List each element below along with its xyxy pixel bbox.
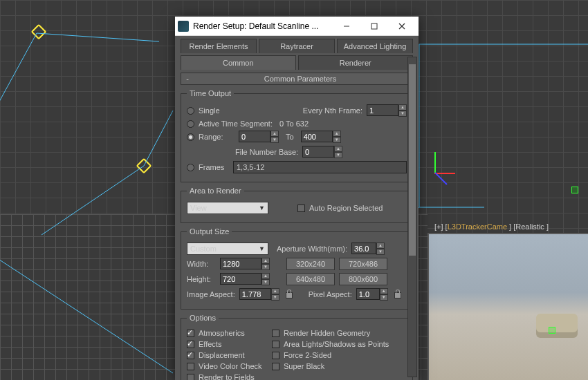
- aperture-input[interactable]: [351, 243, 376, 254]
- label-effects: Effects: [199, 340, 268, 348]
- lock-icon[interactable]: [394, 289, 402, 299]
- svg-rect-10: [371, 23, 377, 29]
- label-to: To: [286, 133, 294, 141]
- output-size-value: Custom: [190, 245, 217, 253]
- checkbox-area-lights[interactable]: [272, 341, 279, 348]
- area-dropdown[interactable]: View▼: [187, 202, 268, 214]
- checkbox-effects[interactable]: [187, 341, 194, 348]
- tab-common[interactable]: Common: [181, 55, 296, 70]
- legend-time-output: Time Output: [187, 89, 234, 97]
- scrollbar[interactable]: [407, 57, 417, 377]
- tab-raytracer[interactable]: Raytracer: [259, 39, 335, 53]
- spinner-buttons[interactable]: ▲▼: [271, 288, 279, 301]
- value-active-segment: 0 To 632: [279, 120, 309, 128]
- minimize-button[interactable]: [333, 17, 360, 36]
- range-from-input[interactable]: [239, 131, 270, 142]
- output-size-dropdown[interactable]: Custom▼: [187, 243, 268, 255]
- spinner-buttons[interactable]: ▲▼: [270, 131, 279, 143]
- titlebar[interactable]: Render Setup: Default Scanline ...: [175, 17, 419, 36]
- preset-320x240[interactable]: 320x240: [286, 258, 335, 270]
- viewport-camera-name: L3DTrackerCame: [448, 222, 507, 231]
- label-every-nth: Every Nth Frame:: [303, 106, 362, 115]
- file-number-base-input[interactable]: [302, 146, 334, 158]
- label-height: Height:: [187, 275, 216, 283]
- rollout-title: Common Parameters: [191, 75, 410, 83]
- checkbox-atmospherics[interactable]: [187, 330, 194, 337]
- legend-options: Options: [187, 314, 219, 322]
- radio-active-segment[interactable]: [187, 120, 194, 128]
- spinner-buttons[interactable]: ▲▼: [398, 104, 407, 117]
- area-dropdown-value: View: [190, 204, 207, 212]
- label-render-fields: Render to Fields: [199, 373, 255, 380]
- legend-area: Area to Render: [187, 187, 244, 195]
- label-area-lights: Area Lights/Shadows as Points: [284, 340, 389, 348]
- tab-render-elements[interactable]: Render Elements: [181, 39, 257, 53]
- render-setup-dialog: Render Setup: Default Scanline ... Rende…: [175, 17, 419, 380]
- pixel-aspect-input[interactable]: [356, 288, 380, 300]
- viewport-label[interactable]: [+] [L3DTrackerCame ] [Realistic ]: [434, 222, 549, 231]
- collapse-icon: -: [184, 75, 191, 83]
- checkbox-video-color[interactable]: [187, 363, 194, 370]
- checkbox-render-fields[interactable]: [187, 374, 194, 381]
- tab-renderer[interactable]: Renderer: [298, 55, 414, 70]
- label-displacement: Displacement: [199, 351, 268, 359]
- gizmo-handle[interactable]: [571, 187, 578, 193]
- axis-y: [434, 152, 436, 173]
- label-aperture: Aperture Width(mm):: [277, 245, 347, 253]
- checkbox-auto-region[interactable]: [297, 205, 305, 212]
- radio-single[interactable]: [187, 107, 194, 115]
- width-input[interactable]: [220, 258, 261, 269]
- tab-row-2: Common Renderer: [181, 55, 413, 70]
- preset-800x600[interactable]: 800x600: [339, 273, 387, 285]
- spinner-buttons[interactable]: ▲▼: [376, 243, 385, 255]
- dialog-body: Render Elements Raytracer Advanced Light…: [175, 36, 419, 380]
- label-force-2sided: Force 2-Sided: [284, 351, 331, 359]
- close-button[interactable]: [388, 17, 416, 36]
- spinner-buttons[interactable]: ▲▼: [261, 258, 270, 270]
- gizmo-handle[interactable]: [549, 327, 555, 334]
- tab-advanced-lighting[interactable]: Advanced Lighting: [337, 39, 413, 53]
- radio-frames[interactable]: [187, 164, 194, 171]
- spinner-buttons[interactable]: ▲▼: [334, 146, 342, 158]
- label-range: Range:: [199, 133, 235, 141]
- label-width: Width:: [187, 260, 216, 268]
- checkbox-render-hidden[interactable]: [272, 330, 279, 337]
- viewport-mode: ] [Realistic ]: [507, 222, 549, 231]
- viewport-prefix: [+] [: [434, 222, 448, 231]
- group-time-output: Time Output Single Every Nth Frame: ▲▼ A…: [181, 89, 413, 182]
- spinner-buttons[interactable]: ▲▼: [380, 288, 388, 301]
- tab-row-1: Render Elements Raytracer Advanced Light…: [181, 39, 413, 53]
- preset-720x486[interactable]: 720x486: [339, 258, 387, 270]
- label-atmospherics: Atmospherics: [199, 329, 268, 337]
- label-file-number-base: File Number Base:: [235, 148, 298, 156]
- perspective-viewport[interactable]: [428, 233, 588, 380]
- scrollbar-thumb[interactable]: [409, 64, 416, 256]
- checkbox-displacement[interactable]: [187, 352, 194, 359]
- label-render-hidden: Render Hidden Geometry: [284, 329, 370, 337]
- rollout-header-common[interactable]: - Common Parameters: [181, 73, 413, 85]
- label-frames: Frames: [199, 163, 229, 171]
- image-aspect-input[interactable]: [239, 288, 271, 300]
- chevron-down-icon: ▼: [259, 245, 265, 252]
- every-nth-input[interactable]: [367, 104, 398, 116]
- lock-icon[interactable]: [285, 289, 293, 299]
- scene-object: [536, 314, 578, 338]
- group-options: Options Atmospherics Render Hidden Geome…: [181, 314, 413, 380]
- maximize-button[interactable]: [360, 17, 388, 36]
- label-pixel-aspect: Pixel Aspect:: [309, 290, 352, 298]
- preset-640x480[interactable]: 640x480: [286, 273, 335, 285]
- label-video-color: Video Color Check: [199, 362, 268, 370]
- checkbox-super-black[interactable]: [272, 363, 279, 370]
- label-image-aspect: Image Aspect:: [187, 290, 235, 298]
- spinner-buttons[interactable]: ▲▼: [333, 131, 341, 143]
- label-single: Single: [199, 106, 220, 115]
- frames-input[interactable]: [233, 161, 407, 173]
- label-auto-region: Auto Region Selected: [309, 204, 383, 212]
- chevron-down-icon: ▼: [259, 205, 265, 211]
- radio-range[interactable]: [187, 133, 194, 141]
- checkbox-force-2sided[interactable]: [272, 352, 279, 359]
- range-to-input[interactable]: [301, 131, 333, 142]
- spinner-buttons[interactable]: ▲▼: [261, 273, 270, 285]
- app-icon: [178, 21, 189, 32]
- height-input[interactable]: [220, 273, 261, 285]
